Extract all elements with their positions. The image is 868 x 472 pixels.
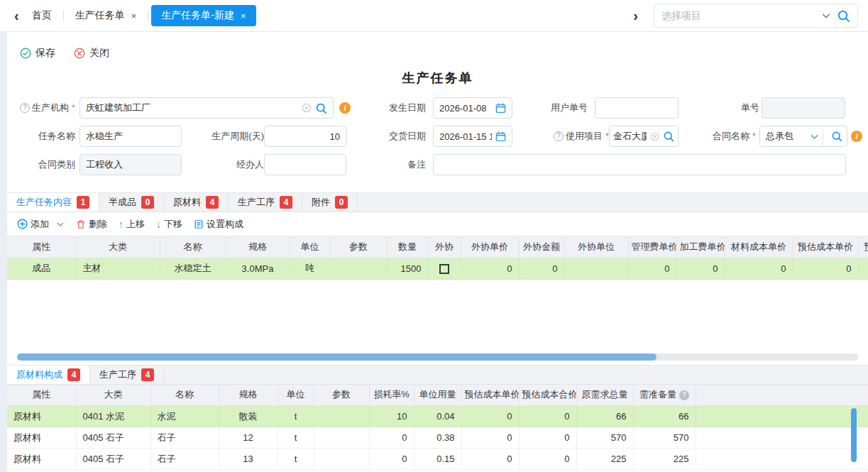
tab-production-process[interactable]: 生产工序 4 xyxy=(229,193,302,212)
column-header[interactable]: 外协单位 xyxy=(564,236,628,258)
delete-row-button[interactable]: 删除 xyxy=(76,218,107,231)
table-cell[interactable]: t xyxy=(278,427,314,449)
handler-input[interactable] xyxy=(264,154,346,175)
table-cell[interactable]: 吨 xyxy=(290,258,330,279)
table-cell[interactable]: 原材料 xyxy=(7,406,76,427)
search-icon[interactable] xyxy=(663,131,674,142)
table-cell[interactable]: 225 xyxy=(576,449,633,470)
move-down-button[interactable]: ↓ 下移 xyxy=(156,218,182,231)
column-header[interactable]: 材料成本单价 xyxy=(725,236,793,258)
set-composition-button[interactable]: 设置构成 xyxy=(194,218,243,231)
chevron-down-icon[interactable] xyxy=(810,132,819,141)
table-cell[interactable] xyxy=(428,258,461,279)
column-header[interactable]: 大类 xyxy=(76,385,150,406)
table-cell[interactable] xyxy=(858,258,868,279)
table-cell[interactable]: 0 xyxy=(519,449,576,470)
table-cell[interactable]: 水稳定土 xyxy=(160,258,226,279)
column-header[interactable]: 大类 xyxy=(76,236,160,258)
table-cell[interactable]: 0 xyxy=(793,258,858,279)
calendar-icon[interactable] xyxy=(495,103,506,114)
table-cell[interactable]: 散装 xyxy=(219,406,278,427)
table-cell[interactable]: 225 xyxy=(633,449,696,470)
user-order-no-input[interactable] xyxy=(595,97,679,119)
search-icon[interactable] xyxy=(315,102,327,114)
move-up-button[interactable]: ↑ 上移 xyxy=(119,218,145,231)
table-cell[interactable]: 0 xyxy=(519,427,576,449)
column-header[interactable]: 预估成本单价 xyxy=(793,236,858,258)
table-cell[interactable] xyxy=(314,427,369,449)
column-header[interactable]: 预估成本合价 xyxy=(519,385,576,406)
column-header[interactable]: 加工费单价 xyxy=(676,236,725,258)
production-org-field[interactable]: 庆虹建筑加工厂 xyxy=(79,97,334,119)
tabs-scroll-right-icon[interactable]: › xyxy=(629,9,642,23)
table-cell[interactable]: 10 xyxy=(369,406,414,427)
table-cell[interactable]: 3.0MPa xyxy=(226,258,290,279)
table-cell[interactable] xyxy=(314,449,369,470)
help-icon[interactable] xyxy=(20,103,30,113)
table-cell[interactable]: 0 xyxy=(519,406,576,427)
table-cell[interactable]: 0 xyxy=(461,258,519,279)
tab-production-process-bottom[interactable]: 生产工序 4 xyxy=(90,366,164,384)
column-header[interactable]: 原需求总量 xyxy=(576,385,633,406)
tab-raw-material-composition[interactable]: 原材料构成 4 xyxy=(7,366,90,384)
table-cell[interactable]: 0 xyxy=(519,258,564,279)
add-row-button[interactable]: 添加 xyxy=(17,218,65,231)
remark-input[interactable] xyxy=(433,154,846,175)
project-select[interactable] xyxy=(654,4,858,28)
table-cell[interactable] xyxy=(314,406,369,427)
nav-tab-production-order-new[interactable]: 生产任务单-新建 × xyxy=(151,5,256,26)
table-row[interactable]: 原材料0401 水泥水泥散装t100.04006666 xyxy=(7,406,868,427)
close-tab-icon[interactable]: × xyxy=(241,11,246,21)
table-cell[interactable]: 石子 xyxy=(150,449,219,470)
column-header[interactable]: 外协金额 xyxy=(519,236,564,258)
table-cell[interactable]: 13 xyxy=(219,449,278,470)
table-cell[interactable]: 12 xyxy=(219,427,278,449)
table-cell[interactable]: 原材料 xyxy=(7,449,76,470)
table-cell[interactable]: 0 xyxy=(461,427,519,449)
help-icon[interactable] xyxy=(554,131,564,141)
column-header[interactable]: 属性 xyxy=(7,236,76,258)
table-cell[interactable]: 0 xyxy=(725,258,793,279)
tab-semi-finished[interactable]: 半成品 0 xyxy=(99,193,164,212)
column-header[interactable]: 规格 xyxy=(226,236,290,258)
table-cell[interactable]: 1500 xyxy=(387,258,428,279)
table-cell[interactable]: 0 xyxy=(369,427,414,449)
help-icon[interactable]: ? xyxy=(679,390,689,400)
table-row[interactable]: 原材料0405 石子石子12t00.3800570570 xyxy=(7,427,868,449)
table-cell[interactable]: 0.04 xyxy=(414,406,461,427)
table-cell[interactable]: 0 xyxy=(628,258,676,279)
table-cell[interactable]: 原材料 xyxy=(7,427,76,449)
clear-icon[interactable] xyxy=(302,103,312,113)
vertical-scrollbar-thumb[interactable] xyxy=(851,408,857,462)
column-header[interactable]: 外协 xyxy=(428,236,461,258)
info-icon[interactable] xyxy=(339,102,351,114)
calendar-icon[interactable] xyxy=(495,131,506,142)
table-cell[interactable]: 0 xyxy=(461,406,519,427)
outsource-checkbox[interactable] xyxy=(439,264,449,274)
column-header[interactable]: 预估成本合价 xyxy=(858,236,868,258)
production-cycle-input[interactable] xyxy=(264,126,346,147)
chevron-down-icon[interactable] xyxy=(56,220,65,229)
nav-tab-home[interactable]: 首页 xyxy=(23,5,60,26)
column-header[interactable]: 预估成本单价 xyxy=(461,385,519,406)
table-cell[interactable]: 0401 水泥 xyxy=(76,406,150,427)
save-button[interactable]: 保存 xyxy=(20,47,55,60)
info-icon[interactable] xyxy=(851,131,862,142)
table-cell[interactable]: t xyxy=(278,449,314,470)
table-row[interactable]: 成品主材水稳定土3.0MPa吨1500000000 xyxy=(7,258,868,279)
table-cell[interactable]: 570 xyxy=(576,427,633,449)
issue-date-field[interactable]: 2026-01-08 xyxy=(433,97,512,119)
column-header[interactable]: 参数 xyxy=(314,385,369,406)
column-header[interactable]: 单位 xyxy=(290,236,330,258)
nav-tab-production-order[interactable]: 生产任务单 × xyxy=(67,5,145,26)
column-header[interactable]: 数量 xyxy=(387,236,428,258)
table-cell[interactable]: 成品 xyxy=(7,258,76,279)
close-button[interactable]: 关闭 xyxy=(74,47,109,60)
table-cell[interactable]: 主材 xyxy=(76,258,160,279)
use-project-field[interactable]: 金石大厦三 xyxy=(609,126,679,147)
horizontal-scrollbar-thumb[interactable] xyxy=(17,353,657,361)
table-cell[interactable]: 66 xyxy=(576,406,633,427)
tab-production-task-content[interactable]: 生产任务内容 1 xyxy=(7,193,99,212)
table-cell[interactable]: 0 xyxy=(369,449,414,470)
table-cell[interactable] xyxy=(330,258,387,279)
